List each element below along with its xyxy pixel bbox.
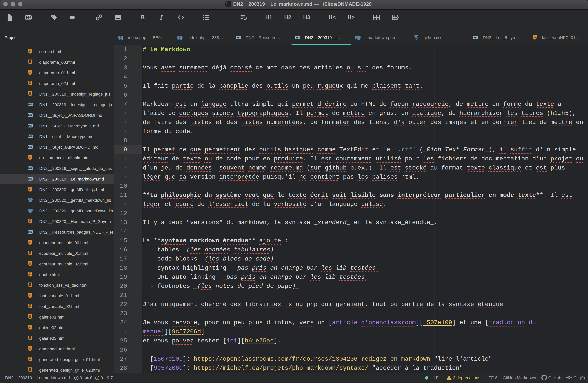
svg-text:H2: H2 <box>284 14 291 20</box>
svg-text:H>: H> <box>347 14 355 20</box>
svg-text:H1: H1 <box>265 14 272 20</box>
svg-text:B: B <box>140 14 145 21</box>
svg-text:H3: H3 <box>303 14 310 20</box>
svg-text:H<: H< <box>329 14 336 20</box>
